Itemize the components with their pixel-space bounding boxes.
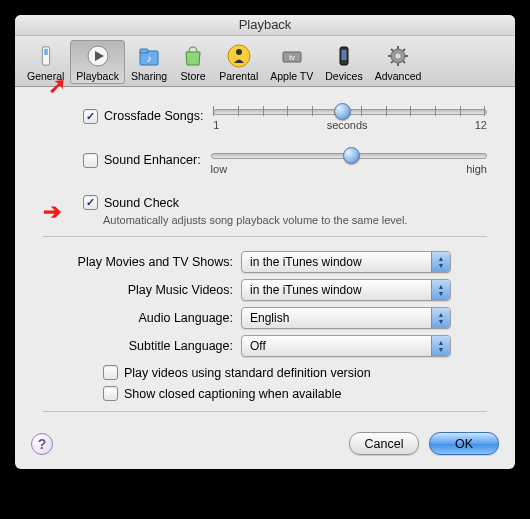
chevron-updown-icon: ▲▼: [431, 280, 450, 300]
separator: [43, 236, 487, 237]
svg-point-8: [236, 49, 242, 55]
ok-button[interactable]: OK: [429, 432, 499, 455]
soundcheck-label: Sound Check: [104, 196, 179, 210]
svg-line-21: [391, 61, 393, 63]
enhancer-slider[interactable]: low high: [211, 145, 487, 175]
tab-general[interactable]: General: [21, 40, 70, 84]
cc-label: Show closed captioning when available: [124, 387, 342, 401]
chevron-updown-icon: ▲▼: [431, 252, 450, 272]
bag-icon: [179, 42, 207, 70]
music-videos-label: Play Music Videos:: [43, 283, 241, 297]
subtitle-lang-select[interactable]: Off ▲▼: [241, 335, 451, 357]
tab-sharing[interactable]: ♪ Sharing: [125, 40, 173, 84]
tab-parental[interactable]: Parental: [213, 40, 264, 84]
enhancer-label: Sound Enhancer:: [104, 153, 201, 167]
cc-checkbox[interactable]: [103, 386, 118, 401]
enhancer-checkbox[interactable]: [83, 153, 98, 168]
preferences-window: ➚ ➔ Playback General Playback ♪ Sharing …: [15, 15, 515, 469]
audio-lang-select[interactable]: English ▲▼: [241, 307, 451, 329]
crossfade-thumb[interactable]: [334, 103, 351, 120]
iphone-icon: [330, 42, 358, 70]
play-icon: [84, 42, 112, 70]
chevron-updown-icon: ▲▼: [431, 308, 450, 328]
crossfade-slider[interactable]: 1 seconds 12: [213, 101, 487, 131]
tab-store[interactable]: Store: [173, 40, 213, 84]
parental-icon: [225, 42, 253, 70]
tab-playback[interactable]: Playback: [70, 40, 125, 84]
tab-advanced[interactable]: Advanced: [369, 40, 428, 84]
folder-music-icon: ♪: [135, 42, 163, 70]
movies-label: Play Movies and TV Shows:: [43, 255, 241, 269]
appletv-icon: tv: [278, 42, 306, 70]
movies-select[interactable]: in the iTunes window ▲▼: [241, 251, 451, 273]
sd-checkbox[interactable]: [103, 365, 118, 380]
enhancer-thumb[interactable]: [343, 147, 360, 164]
window-title: Playback: [15, 15, 515, 36]
soundcheck-checkbox[interactable]: ✓: [83, 195, 98, 210]
svg-line-19: [391, 49, 393, 51]
svg-text:♪: ♪: [147, 53, 152, 64]
chevron-updown-icon: ▲▼: [431, 336, 450, 356]
crossfade-label: Crossfade Songs:: [104, 109, 203, 123]
soundcheck-description: Automatically adjusts song playback volu…: [103, 214, 487, 226]
help-button[interactable]: ?: [31, 433, 53, 455]
tab-devices[interactable]: Devices: [319, 40, 368, 84]
music-videos-select[interactable]: in the iTunes window ▲▼: [241, 279, 451, 301]
svg-rect-1: [44, 49, 48, 55]
gear-icon: [384, 42, 412, 70]
svg-rect-12: [341, 50, 346, 60]
separator: [43, 411, 487, 412]
tab-appletv[interactable]: tv Apple TV: [264, 40, 319, 84]
svg-line-20: [403, 61, 405, 63]
subtitle-lang-label: Subtitle Language:: [43, 339, 241, 353]
sd-label: Play videos using standard definition ve…: [124, 366, 371, 380]
audio-lang-label: Audio Language:: [43, 311, 241, 325]
svg-line-22: [403, 49, 405, 51]
crossfade-checkbox[interactable]: ✓: [83, 109, 98, 124]
preferences-toolbar: General Playback ♪ Sharing Store Parenta…: [15, 36, 515, 87]
svg-text:tv: tv: [289, 54, 295, 61]
svg-point-7: [228, 45, 250, 67]
cancel-button[interactable]: Cancel: [349, 432, 419, 455]
svg-point-14: [395, 54, 400, 59]
switch-icon: [32, 42, 60, 70]
